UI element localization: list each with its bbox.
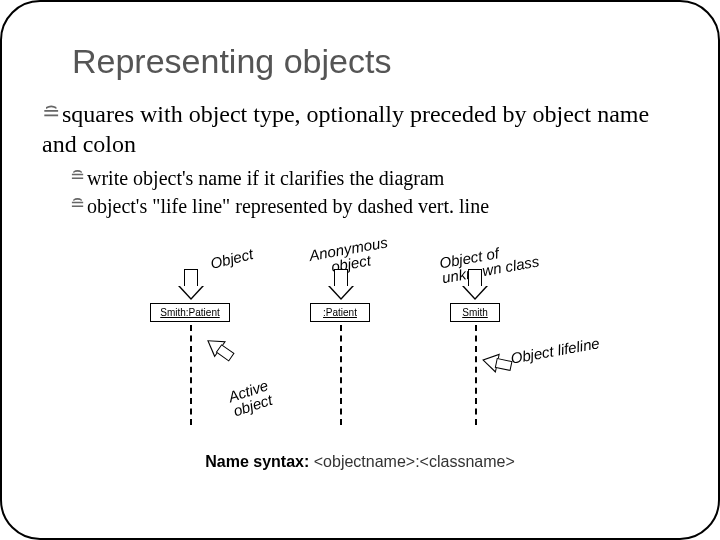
lifeline-dashed — [190, 325, 192, 425]
bullet-level2: ≘object's "life line" represented by das… — [70, 193, 678, 219]
name-syntax-line: Name syntax: <objectname>:<classname> — [42, 453, 678, 471]
bullet-level1: ≘squares with object type, optionally pr… — [42, 99, 678, 159]
arrow-down-icon — [328, 269, 354, 300]
object-box-anonymous: :Patient — [310, 303, 370, 322]
arrow-pointer-icon — [203, 332, 238, 364]
bullet-text: object's "life line" represented by dash… — [87, 195, 489, 217]
slide-frame: Representing objects ≘squares with objec… — [0, 0, 720, 540]
syntax-label: Name syntax: — [205, 453, 309, 470]
bullet-text: squares with object type, optionally pre… — [42, 101, 649, 157]
object-box-named: Smith:Patient — [150, 303, 230, 322]
arrow-down-icon — [178, 269, 204, 300]
label-unknown-class: Object of unknown class — [438, 239, 540, 286]
syntax-value: <objectname>:<classname> — [314, 453, 515, 470]
label-lifeline: Object lifeline — [509, 335, 600, 365]
uml-diagram: Object Anonymous object Object of unknow… — [110, 233, 610, 443]
lifeline-dashed — [340, 325, 342, 425]
arrow-pointer-icon — [480, 350, 513, 374]
bullet-glyph: ≘ — [70, 165, 85, 188]
label-active-object: Active object — [226, 377, 274, 418]
bullet-glyph: ≘ — [70, 193, 85, 216]
bullet-glyph: ≘ — [42, 99, 60, 127]
sub-bullets: ≘write object's name if it clarifies the… — [70, 165, 678, 219]
slide-title: Representing objects — [72, 42, 678, 81]
object-box-unknown: Smith — [450, 303, 500, 322]
lifeline-dashed — [475, 325, 477, 425]
bullet-text: write object's name if it clarifies the … — [87, 167, 444, 189]
label-object: Object — [209, 246, 255, 271]
arrow-down-icon — [462, 269, 488, 300]
bullet-level2: ≘write object's name if it clarifies the… — [70, 165, 678, 191]
